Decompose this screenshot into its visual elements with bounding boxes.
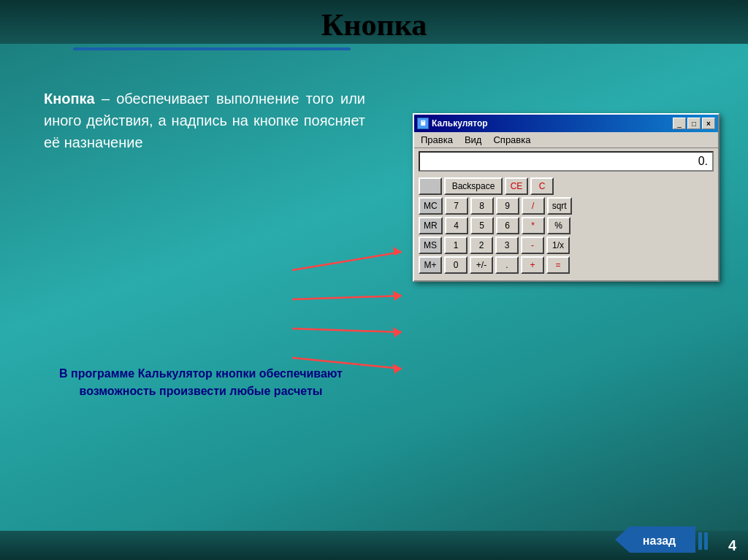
calc-btn-c[interactable]: C bbox=[530, 177, 554, 195]
calc-row-1: MC 7 8 9 / sqrt bbox=[419, 197, 714, 215]
calc-row-3: MS 1 2 3 - 1/x bbox=[419, 237, 714, 254]
pause-bar-1 bbox=[698, 532, 702, 550]
calc-btn-mul[interactable]: * bbox=[522, 217, 545, 234]
nav-controls: назад bbox=[615, 526, 708, 556]
calc-btn-8[interactable]: 8 bbox=[470, 197, 494, 215]
calc-btn-pct[interactable]: % bbox=[547, 217, 570, 234]
calc-btn-sqrt[interactable]: sqrt bbox=[547, 197, 572, 215]
main-content: Кнопка – обеспечивает выполнение того ил… bbox=[44, 88, 365, 153]
calc-titlebar-left: 🖩 Калькулятор bbox=[417, 118, 488, 129]
back-btn-container[interactable]: назад bbox=[615, 526, 695, 556]
menu-spravka[interactable]: Справка bbox=[491, 134, 533, 146]
calc-btn-eq[interactable]: = bbox=[546, 256, 570, 274]
calc-btn-mr[interactable]: MR bbox=[419, 217, 443, 234]
calc-btn-4[interactable]: 4 bbox=[445, 217, 468, 234]
calc-btn-6[interactable]: 6 bbox=[496, 217, 519, 234]
calc-row-4: M+ 0 +/- . + = bbox=[419, 256, 714, 274]
calc-row-2: MR 4 5 6 * % bbox=[419, 217, 714, 234]
minimize-button[interactable]: _ bbox=[673, 118, 686, 129]
page-title: Кнопка bbox=[0, 7, 748, 42]
calc-titlebar: 🖩 Калькулятор _ □ × bbox=[414, 115, 718, 132]
back-button-label: назад bbox=[643, 534, 676, 548]
calc-btn-2[interactable]: 2 bbox=[470, 237, 493, 254]
calc-btn-mc[interactable]: MC bbox=[419, 197, 443, 215]
calc-btn-9[interactable]: 9 bbox=[496, 197, 519, 215]
calc-btn-0[interactable]: 0 bbox=[444, 256, 468, 274]
calc-btn-ce[interactable]: CE bbox=[505, 177, 528, 195]
display-value: 0. bbox=[698, 155, 708, 168]
menu-pravka[interactable]: Правка bbox=[419, 134, 455, 146]
calc-btn-inv[interactable]: 1/x bbox=[546, 237, 570, 254]
calc-btn-div[interactable]: / bbox=[522, 197, 545, 215]
bottom-description: В программе Калькулятор кнопки обеспечив… bbox=[44, 365, 358, 400]
pause-icon bbox=[698, 532, 708, 550]
calc-btn-sub[interactable]: - bbox=[521, 237, 544, 254]
calculator-window: 🖩 Калькулятор _ □ × Правка Вид Справка 0… bbox=[413, 113, 720, 282]
calc-btn-backspace[interactable]: Backspace bbox=[444, 177, 503, 195]
close-button[interactable]: × bbox=[702, 118, 715, 129]
calc-icon: 🖩 bbox=[417, 118, 429, 129]
calc-btn-plusminus[interactable]: +/- bbox=[470, 256, 493, 274]
calc-row-0: Backspace CE C bbox=[419, 177, 714, 195]
bold-text: Кнопка bbox=[44, 91, 95, 107]
calc-btn-1[interactable]: 1 bbox=[444, 237, 468, 254]
calc-btn-3[interactable]: 3 bbox=[495, 237, 519, 254]
title-underline bbox=[73, 47, 351, 50]
calc-btn-blank[interactable] bbox=[419, 177, 442, 195]
calc-btn-add[interactable]: + bbox=[521, 256, 544, 274]
calc-buttons: Backspace CE C MC 7 8 9 / sqrt MR 4 5 6 … bbox=[414, 174, 718, 280]
calc-title: Калькулятор bbox=[432, 118, 488, 129]
calc-btn-ms[interactable]: MS bbox=[419, 237, 442, 254]
calc-menubar: Правка Вид Справка bbox=[414, 132, 718, 148]
menu-vid[interactable]: Вид bbox=[462, 134, 484, 146]
calc-btn-5[interactable]: 5 bbox=[470, 217, 494, 234]
calc-btn-mplus[interactable]: M+ bbox=[419, 256, 442, 274]
maximize-button[interactable]: □ bbox=[687, 118, 701, 129]
calc-btn-dot[interactable]: . bbox=[495, 256, 519, 274]
page-number: 4 bbox=[728, 537, 736, 554]
calc-display: 0. bbox=[419, 151, 714, 172]
pause-bar-2 bbox=[704, 532, 708, 550]
calc-btn-7[interactable]: 7 bbox=[445, 197, 468, 215]
calc-titlebar-controls: _ □ × bbox=[673, 118, 715, 129]
